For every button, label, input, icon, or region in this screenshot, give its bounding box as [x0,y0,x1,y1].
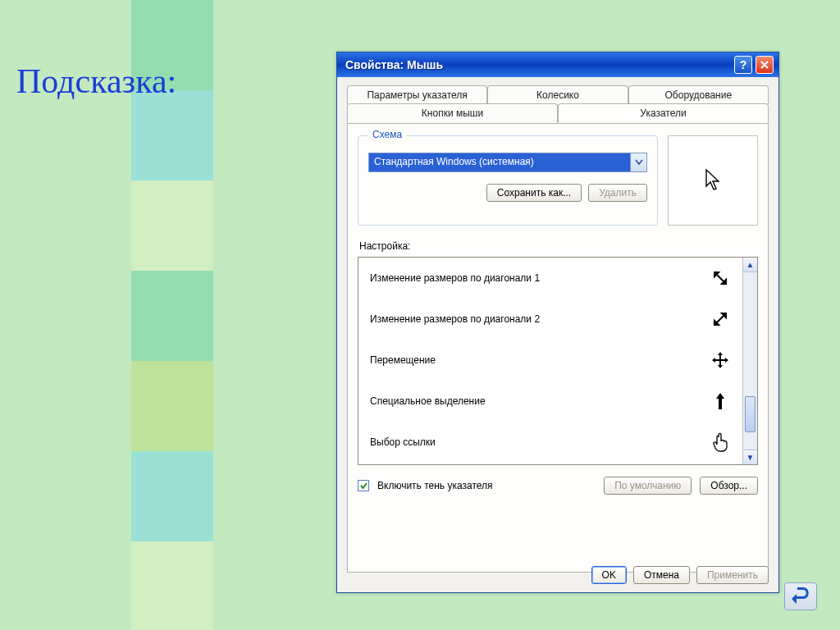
apply-button: Применить [696,566,769,584]
enable-shadow-label: Включить тень указателя [377,480,493,491]
up-arrow-icon [710,390,731,412]
scheme-selected-value: Стандартная Windows (системная) [369,153,630,171]
cursor-item-label: Выбор ссылки [370,436,436,448]
scrollbar[interactable]: ▲ ▼ [742,258,757,464]
scheme-groupbox: Схема Стандартная Windows (системная) Со… [358,135,658,226]
u-turn-icon [790,587,811,605]
browse-button[interactable]: Обзор... [700,477,758,495]
chevron-down-icon [630,153,646,171]
scroll-thumb[interactable] [745,396,756,432]
cursor-list: Изменение размеров по диагонали 1 Измене… [358,257,758,465]
link-hand-icon [710,431,731,453]
list-item[interactable]: Специальное выделение [358,381,742,422]
list-item[interactable]: Выбор ссылки [358,422,742,463]
tab-buttons[interactable]: Кнопки мыши [347,103,558,123]
save-as-button[interactable]: Сохранить как... [486,184,582,202]
cursor-item-label: Перемещение [370,354,436,366]
pointers-panel: Схема Стандартная Windows (системная) Со… [347,123,769,573]
delete-button: Удалить [588,184,647,202]
tab-pointers[interactable]: Указатели [558,103,769,123]
cursor-item-label: Изменение размеров по диагонали 1 [370,272,540,284]
scheme-legend: Схема [368,129,406,140]
help-button[interactable]: ? [734,56,752,74]
help-icon: ? [740,58,747,71]
cursor-item-label: Изменение размеров по диагонали 2 [370,313,540,325]
tab-wheel[interactable]: Колесико [487,85,628,104]
resize-nesw-icon [710,308,731,330]
slide-hint-heading: Подсказка: [16,62,176,101]
check-icon [359,482,368,491]
resize-nwse-icon [710,267,731,289]
list-item[interactable]: Перемещение [358,340,742,381]
tab-pointer-options[interactable]: Параметры указателя [347,85,487,104]
tabs-back-row: Параметры указателя Колесико Оборудовани… [347,85,769,104]
close-button[interactable] [756,56,774,74]
scroll-down-icon[interactable]: ▼ [743,450,757,464]
use-default-button: По умолчанию [604,477,692,495]
cancel-button[interactable]: Отмена [633,566,690,584]
cursor-item-label: Специальное выделение [370,395,486,407]
cursor-preview [668,135,758,226]
customize-label: Настройка: [359,240,758,252]
tabs-front-row: Кнопки мыши Указатели [347,103,769,123]
return-button[interactable] [784,582,817,610]
close-icon [760,60,769,70]
titlebar[interactable]: Свойства: Мышь ? [337,52,778,77]
mouse-properties-dialog: Свойства: Мышь ? Параметры указателя Кол… [336,52,779,593]
ok-button[interactable]: OK [591,566,627,584]
move-icon [710,349,731,371]
scroll-up-icon[interactable]: ▲ [743,258,757,272]
dialog-buttons: OK Отмена Применить [591,566,769,584]
tab-hardware[interactable]: Оборудование [628,85,769,104]
arrow-cursor-icon [704,168,722,193]
enable-shadow-checkbox[interactable] [358,480,369,491]
list-item[interactable]: Изменение размеров по диагонали 1 [358,258,742,299]
scheme-combobox[interactable]: Стандартная Windows (системная) [368,153,647,172]
window-title: Свойства: Мышь [345,58,731,71]
list-item[interactable]: Изменение размеров по диагонали 2 [358,299,742,340]
scroll-track[interactable] [743,272,757,450]
